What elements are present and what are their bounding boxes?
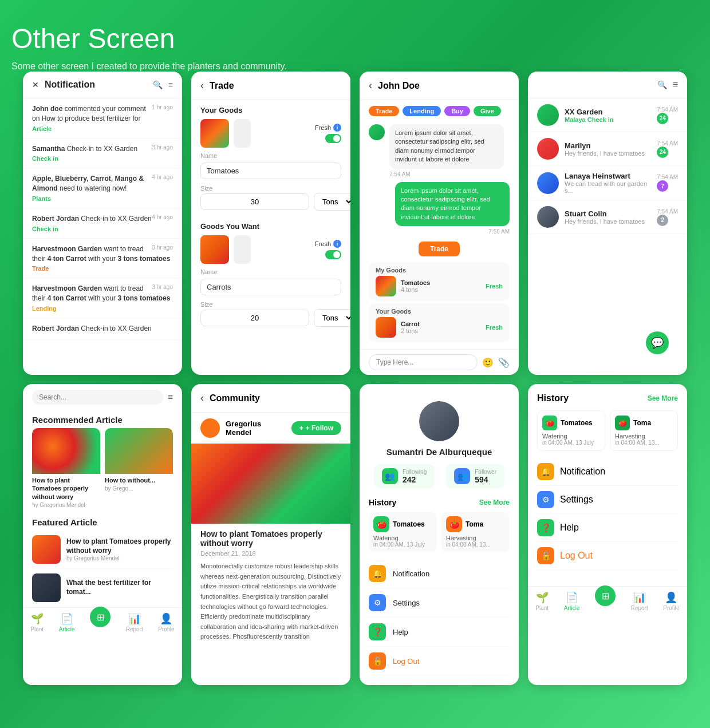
history-action-1: Watering xyxy=(373,535,432,541)
name-label: Name xyxy=(200,152,341,159)
recommended-grid: How to plant Tomatoes properly without w… xyxy=(23,428,182,513)
menu-notification[interactable]: 🔔 Notification xyxy=(369,559,510,588)
message-item-1[interactable]: XX Garden Malaya Check in 7:54 AM 24 xyxy=(528,98,687,132)
notif-tag[interactable]: Trade xyxy=(32,265,173,272)
msg-badge-2: 24 xyxy=(657,147,668,158)
nav2-plant[interactable]: 🌱 Plant xyxy=(535,591,549,611)
chat-header: ‹ John Doe xyxy=(360,72,519,100)
chat-input[interactable] xyxy=(369,354,478,370)
notif-item-7: Robert Jordan Check-in to XX Garden xyxy=(23,318,182,340)
notif-tag[interactable]: Lending xyxy=(32,305,173,312)
rec-image-2 xyxy=(105,428,173,474)
report-icon-2: 📊 xyxy=(633,591,646,604)
message-item-2[interactable]: Marilyn Hey friends, I have tomatoes 7:5… xyxy=(528,132,687,166)
history-menu-notification[interactable]: 🔔 Notification xyxy=(537,458,678,486)
nav-article[interactable]: 📄 Article xyxy=(59,612,75,632)
message-item-4[interactable]: Stuart Colin Hey friends, I have tomatoe… xyxy=(528,200,687,234)
notif-time: 4 hr ago xyxy=(152,214,173,220)
history-menu-logout[interactable]: 🔓 Log Out xyxy=(537,542,678,570)
history-card-action-1: Watering xyxy=(542,433,600,440)
nav-report[interactable]: 📊 Report xyxy=(126,612,143,632)
message-time-sent: 7:56 AM xyxy=(395,228,510,235)
goods-want-row: Fresh i xyxy=(200,235,341,264)
size-unit-select[interactable]: Tons Kg xyxy=(314,193,350,211)
notification-menu-label: Notification xyxy=(393,569,429,578)
center-button-2[interactable]: ⊞ xyxy=(595,585,616,606)
trade-action-button[interactable]: Trade xyxy=(419,242,460,256)
nav2-article[interactable]: 📄 Article xyxy=(564,591,580,611)
nav-plant[interactable]: 🌱 Plant xyxy=(30,612,44,632)
menu-help[interactable]: ❓ Help xyxy=(369,618,510,647)
tag-buy[interactable]: Buy xyxy=(444,106,470,116)
nav-plant-label: Plant xyxy=(30,626,44,632)
contact-preview-4: Hey friends, I have tomatoes xyxy=(565,218,651,225)
size-input-want[interactable] xyxy=(200,310,309,326)
history-card-2: 🍅 Toma Harvesting in 04:00 AM, 13... xyxy=(441,512,510,552)
chat-back-button[interactable]: ‹ xyxy=(369,80,372,92)
plus-icon: + xyxy=(299,424,303,432)
attachment-icon[interactable]: 📎 xyxy=(498,357,510,368)
nav-article-label: Article xyxy=(59,626,75,632)
size-input[interactable] xyxy=(200,193,309,210)
goods-want-name-input[interactable] xyxy=(200,279,341,295)
report-icon: 📊 xyxy=(128,612,141,625)
msg-time-1: 7:54 AM xyxy=(657,106,678,113)
message-time: 7:54 AM xyxy=(389,171,504,177)
filter-icon[interactable]: ≡ xyxy=(168,80,173,89)
history-menu-help[interactable]: ❓ Help xyxy=(537,514,678,542)
history-grid: 🍅 Tomatoes Watering in 04:00 AM, 13 July… xyxy=(369,512,510,552)
compose-button[interactable]: 💬 xyxy=(646,331,669,354)
chat-screen: ‹ John Doe Trade Lending Buy Give Lorem … xyxy=(360,72,519,375)
notif-tag[interactable]: Check in xyxy=(32,155,173,162)
nav2-report[interactable]: 📊 Report xyxy=(631,591,648,611)
message-item-3[interactable]: Lanaya Heinstwart We can tread with our … xyxy=(528,166,687,200)
featured-item-1[interactable]: How to plant Tomatoes properly without w… xyxy=(32,531,173,569)
notif-tag[interactable]: Plants xyxy=(32,195,173,202)
nav2-center[interactable]: ⊞ xyxy=(595,591,616,611)
notif-tag[interactable]: Check in xyxy=(32,225,173,232)
rec-card-1[interactable]: How to plant Tomatoes properly without w… xyxy=(32,428,100,508)
community-back-button[interactable]: ‹ xyxy=(200,392,204,404)
follow-button[interactable]: + + Follow xyxy=(291,421,341,435)
fresh-toggle[interactable] xyxy=(325,134,341,143)
filter-icon[interactable]: ≡ xyxy=(168,392,173,402)
featured-by-1: by Gregorius Mendel xyxy=(66,555,173,561)
page-title: Other Screen xyxy=(11,23,699,54)
menu-settings[interactable]: ⚙ Settings xyxy=(369,588,510,618)
nav2-profile[interactable]: 👤 Profile xyxy=(663,591,679,611)
filter-icon[interactable]: ≡ xyxy=(673,80,678,90)
menu-logout[interactable]: 🔓 Log Out xyxy=(369,647,510,676)
back-button[interactable]: ‹ xyxy=(200,80,204,92)
search-icon[interactable]: 🔍 xyxy=(153,80,163,89)
nav-profile[interactable]: 👤 Profile xyxy=(158,612,174,632)
tag-give[interactable]: Give xyxy=(474,106,501,116)
emoji-icon[interactable]: 🙂 xyxy=(482,357,494,368)
contact-preview-2: Hey friends, I have tomatoes xyxy=(565,150,651,157)
featured-image-2 xyxy=(32,573,61,602)
notif-tag[interactable]: Article xyxy=(32,125,173,132)
history-see-more[interactable]: See More xyxy=(648,394,678,402)
profile-menu: 🔔 Notification ⚙ Settings ❓ Help 🔓 Log O… xyxy=(369,559,510,676)
history-name-2: Toma xyxy=(466,520,483,528)
search-icon[interactable]: 🔍 xyxy=(657,80,667,89)
contact-info-3: Lanaya Heinstwart We can tread with our … xyxy=(565,172,651,194)
article-header: ≡ xyxy=(23,384,182,410)
trade-title: Trade xyxy=(210,81,234,91)
featured-item-2[interactable]: What the best fertilizer for tomat... xyxy=(32,569,173,607)
search-input[interactable] xyxy=(32,390,163,405)
tag-lending[interactable]: Lending xyxy=(403,106,441,116)
rec-card-2[interactable]: How to without... by Grego... xyxy=(105,428,173,508)
history-menu-settings[interactable]: ⚙ Settings xyxy=(537,486,678,514)
size-unit-select-want[interactable]: Tons Kg xyxy=(314,309,350,327)
fresh-toggle-want[interactable] xyxy=(325,250,341,259)
profile-icon-2: 👤 xyxy=(665,591,677,604)
nav-center[interactable]: ⊞ xyxy=(90,612,111,632)
messages-header: 🔍 ≡ xyxy=(528,72,687,98)
see-more-link[interactable]: See More xyxy=(479,498,510,507)
goods-name-input[interactable] xyxy=(200,163,341,179)
center-icon-2: ⊞ xyxy=(602,591,609,602)
close-icon[interactable]: ✕ xyxy=(32,80,39,89)
center-button[interactable]: ⊞ xyxy=(90,607,111,627)
tag-trade[interactable]: Trade xyxy=(369,106,399,116)
following-info: Following 242 xyxy=(403,469,427,484)
